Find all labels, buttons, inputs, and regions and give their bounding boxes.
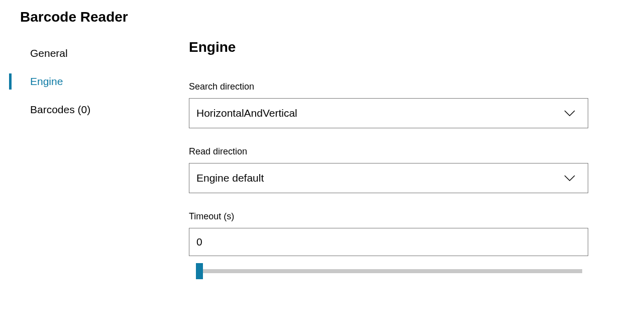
field-label: Timeout (s)	[189, 211, 596, 222]
sidebar-item-barcodes[interactable]: Barcodes (0)	[9, 96, 160, 124]
sidebar-item-label: General	[30, 47, 68, 59]
timeout-slider[interactable]	[189, 263, 588, 279]
read-direction-select[interactable]: Engine default	[189, 163, 588, 193]
select-value: HorizontalAndVertical	[196, 107, 297, 119]
field-read-direction: Read direction Engine default	[189, 146, 596, 193]
select-value: Engine default	[196, 172, 264, 184]
slider-thumb[interactable]	[196, 263, 203, 279]
chevron-down-icon	[564, 175, 576, 182]
field-timeout: Timeout (s)	[189, 211, 596, 279]
slider-track	[196, 269, 582, 273]
field-label: Read direction	[189, 146, 596, 157]
search-direction-select[interactable]: HorizontalAndVertical	[189, 98, 588, 128]
sidebar-item-engine[interactable]: Engine	[9, 67, 160, 96]
sidebar: General Engine Barcodes (0)	[9, 39, 160, 124]
sidebar-item-general[interactable]: General	[9, 39, 160, 67]
field-search-direction: Search direction HorizontalAndVertical	[189, 81, 596, 128]
chevron-down-icon	[564, 110, 576, 117]
sidebar-item-label: Barcodes (0)	[30, 104, 90, 115]
main-content: Engine Search direction HorizontalAndVer…	[189, 39, 596, 297]
timeout-input[interactable]	[189, 228, 588, 256]
sidebar-item-label: Engine	[30, 75, 63, 87]
page-title: Barcode Reader	[20, 9, 128, 25]
section-title: Engine	[189, 39, 596, 55]
field-label: Search direction	[189, 81, 596, 92]
